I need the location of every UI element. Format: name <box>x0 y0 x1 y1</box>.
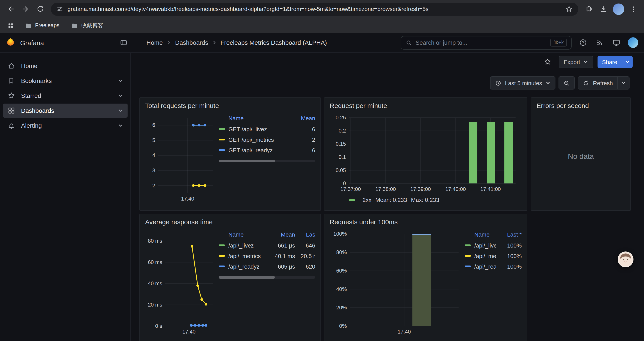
average-response-time-chart[interactable]: 17:400 s20 ms40 ms60 ms80 ms <box>145 228 215 337</box>
requests-under-100ms-chart[interactable]: 17:400%20%40%60%80%100% <box>330 228 461 337</box>
legend-col-mean[interactable]: Mean <box>267 231 295 238</box>
svg-text:0.05: 0.05 <box>336 167 346 173</box>
chevron-down-icon[interactable] <box>118 123 123 128</box>
refresh-icon <box>583 80 590 86</box>
kiosk-mode-button[interactable] <box>609 36 624 50</box>
dashboard-toolbar: Export Share <box>131 53 644 71</box>
sidebar-item-home[interactable]: Home <box>3 59 128 73</box>
panel-title[interactable]: Total requests per minute <box>140 98 320 112</box>
panel-title[interactable]: Average response time <box>140 214 320 228</box>
legend-scrollbar[interactable] <box>219 160 315 162</box>
series-name: GET /api/_metrics <box>228 136 293 143</box>
user-avatar[interactable] <box>628 37 638 48</box>
refresh-interval-button[interactable] <box>617 77 629 89</box>
downloads-button[interactable] <box>597 2 611 16</box>
export-button[interactable]: Export <box>559 56 593 68</box>
legend-inline[interactable]: 2xx Mean: 0.233 Max: 0.233 <box>330 195 522 203</box>
legend-row[interactable]: GET /api/_livez 6 <box>219 124 315 134</box>
series-last: 20.5 r <box>295 253 315 259</box>
share-split-button: Share <box>598 56 632 68</box>
legend-row[interactable]: /api/_metrics 40.1 ms 20.5 r <box>219 251 315 261</box>
chevron-down-icon[interactable] <box>118 108 123 113</box>
nav-sidebar: Home Bookmarks Starred Dashboards Alerti… <box>0 53 131 341</box>
svg-text:17:40: 17:40 <box>181 196 194 202</box>
search-input[interactable] <box>416 39 547 46</box>
series-last: 100% <box>496 242 522 249</box>
legend-table: Name Mean GET /api/_livez 6 GET /api/_me… <box>219 112 315 162</box>
bookmark-star-icon[interactable] <box>565 5 573 13</box>
legend-row[interactable]: /api/_readyz 100% <box>465 261 522 272</box>
bookmark-folder-freeleaps[interactable]: Freeleaps <box>21 20 63 31</box>
monitor-icon <box>612 39 620 47</box>
chevron-down-icon[interactable] <box>118 93 123 98</box>
legend-col-mean[interactable]: Mean <box>293 115 315 122</box>
svg-text:17:39:00: 17:39:00 <box>410 186 431 192</box>
time-controls: Last 5 minutes Refresh <box>490 76 630 90</box>
legend-col-last[interactable]: Las <box>295 231 315 238</box>
back-button[interactable] <box>4 2 18 16</box>
svg-text:0 s: 0 s <box>155 323 162 329</box>
sidebar-item-label: Alerting <box>21 122 42 129</box>
total-requests-chart[interactable]: 17:4023456 <box>145 112 215 204</box>
kebab-menu-icon <box>630 5 638 13</box>
sidebar-toggle-button[interactable] <box>116 36 131 50</box>
forward-button[interactable] <box>18 2 32 16</box>
zoom-out-button[interactable] <box>559 76 575 90</box>
breadcrumb-home[interactable]: Home <box>146 39 163 46</box>
legend-col-last[interactable]: Last * <box>496 231 522 238</box>
address-bar[interactable]: grafana.mathmast.com/d/deytv4rwavabkb/fr… <box>51 3 578 16</box>
extensions-button[interactable] <box>582 2 596 16</box>
panel-title[interactable]: Requests under 100ms <box>324 214 527 228</box>
legend-row[interactable]: /api/_livez 100% <box>465 240 522 251</box>
svg-text:60 ms: 60 ms <box>148 259 162 265</box>
legend-row[interactable]: /api/_readyz 605 µs 620 <box>219 261 315 272</box>
time-range-picker[interactable]: Last 5 minutes <box>490 76 556 90</box>
folder-icon <box>24 22 32 29</box>
panel-body: 17:4023456 Name Mean GET /api/_livez 6 G… <box>140 112 320 204</box>
legend-col-name[interactable]: Name <box>465 231 496 238</box>
refresh-button[interactable]: Refresh <box>578 77 617 89</box>
browser-menu-button[interactable] <box>626 2 640 16</box>
sidebar-item-alerting[interactable]: Alerting <box>3 119 128 133</box>
scrollbar-thumb[interactable] <box>219 276 275 279</box>
series-name: /api/_readyz <box>474 263 496 270</box>
share-button[interactable]: Share <box>598 56 622 68</box>
panel-title[interactable]: Errors per second <box>531 98 630 112</box>
reload-button[interactable] <box>33 2 47 16</box>
favorite-dashboard-button[interactable] <box>540 55 554 69</box>
breadcrumb-dashboards[interactable]: Dashboards <box>175 39 208 46</box>
sidebar-item-dashboards[interactable]: Dashboards <box>3 104 128 118</box>
series-swatch <box>465 244 471 246</box>
forward-icon <box>21 5 30 13</box>
legend-col-name[interactable]: Name <box>219 231 267 238</box>
legend-scrollbar[interactable] <box>219 276 315 279</box>
series-mean: 40.1 ms <box>267 253 295 259</box>
search-box[interactable]: ⌘+k <box>401 36 572 49</box>
site-info-icon[interactable] <box>56 5 64 13</box>
scrollbar-thumb[interactable] <box>219 160 275 162</box>
apps-shortcut-button[interactable] <box>4 19 17 32</box>
series-last: 646 <box>295 242 315 249</box>
series-name: /api/_livez <box>228 242 267 249</box>
help-button[interactable]: ? <box>576 36 590 50</box>
panel-title[interactable]: Request per minute <box>324 98 527 112</box>
bookmark-folder-blogs[interactable]: 收藏博客 <box>67 20 107 31</box>
request-per-minute-chart[interactable]: 17:37:0017:38:0017:39:0017:40:0017:41:00… <box>330 112 519 195</box>
assistant-avatar-bubble[interactable] <box>618 251 634 267</box>
legend-row[interactable]: /api/_livez 661 µs 646 <box>219 240 315 251</box>
sidebar-item-starred[interactable]: Starred <box>3 89 128 103</box>
legend-row[interactable]: /api/_metrics 100% <box>465 251 522 261</box>
legend-row[interactable]: GET /api/_metrics 2 <box>219 134 315 145</box>
sidebar-item-bookmarks[interactable]: Bookmarks <box>3 74 128 88</box>
browser-profile-avatar[interactable] <box>613 3 624 15</box>
panel-body: 17:37:0017:38:0017:39:0017:40:0017:41:00… <box>324 112 527 203</box>
news-button[interactable] <box>593 36 607 50</box>
share-menu-button[interactable] <box>622 56 632 68</box>
legend-col-name[interactable]: Name <box>219 115 293 122</box>
series-swatch <box>219 128 225 130</box>
star-icon <box>544 58 551 66</box>
apps-grid-icon <box>7 22 14 29</box>
chevron-down-icon[interactable] <box>118 78 123 83</box>
star-icon <box>8 92 15 100</box>
legend-row[interactable]: GET /api/_readyz 6 <box>219 145 315 155</box>
